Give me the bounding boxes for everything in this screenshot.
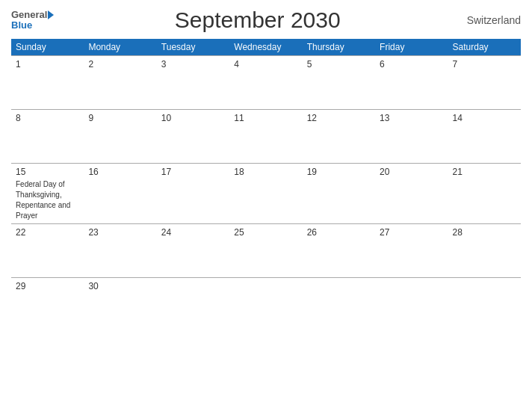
calendar-day-cell: 29 bbox=[11, 278, 84, 323]
calendar-day-cell: 28 bbox=[448, 224, 521, 278]
header-wednesday: Wednesday bbox=[229, 39, 302, 56]
calendar-day-cell: 21 bbox=[448, 164, 521, 224]
calendar-day-cell: 24 bbox=[157, 224, 229, 278]
day-number: 1 bbox=[16, 59, 79, 69]
calendar-day-cell: 8 bbox=[11, 110, 84, 164]
header-tuesday: Tuesday bbox=[157, 39, 229, 56]
calendar-week-row: 891011121314 bbox=[11, 110, 521, 164]
calendar-day-cell bbox=[229, 278, 302, 323]
day-number: 22 bbox=[16, 227, 79, 238]
calendar-week-row: 2930 bbox=[11, 278, 521, 323]
calendar-day-cell: 30 bbox=[84, 278, 156, 323]
calendar-day-cell: 17 bbox=[157, 164, 229, 224]
calendar-day-cell: 22 bbox=[11, 224, 84, 278]
day-number: 7 bbox=[453, 59, 516, 69]
calendar-day-cell bbox=[303, 278, 375, 323]
calendar-day-cell bbox=[157, 278, 229, 323]
calendar-day-cell: 11 bbox=[229, 110, 302, 164]
day-number: 28 bbox=[453, 227, 516, 238]
day-number: 25 bbox=[234, 227, 297, 238]
day-number: 27 bbox=[380, 227, 443, 238]
header-friday: Friday bbox=[375, 39, 448, 56]
calendar-day-cell: 10 bbox=[157, 110, 229, 164]
calendar-day-cell: 9 bbox=[84, 110, 156, 164]
day-event: Federal Day of Thanksgiving, Repentance … bbox=[16, 180, 70, 220]
calendar-day-cell: 6 bbox=[375, 56, 448, 110]
header-thursday: Thursday bbox=[303, 39, 375, 56]
calendar-week-row: 1234567 bbox=[11, 56, 521, 110]
day-number: 16 bbox=[88, 167, 152, 177]
header-monday: Monday bbox=[84, 39, 156, 56]
logo-triangle-icon bbox=[48, 10, 54, 19]
day-number: 29 bbox=[16, 281, 79, 291]
calendar-day-cell: 14 bbox=[448, 110, 521, 164]
calendar-day-cell: 3 bbox=[157, 56, 229, 110]
day-number: 2 bbox=[88, 59, 152, 69]
day-number: 4 bbox=[234, 59, 297, 69]
day-number: 21 bbox=[453, 167, 516, 177]
calendar-day-cell: 18 bbox=[229, 164, 302, 224]
calendar-day-cell: 19 bbox=[303, 164, 375, 224]
day-number: 30 bbox=[88, 281, 152, 291]
day-number: 17 bbox=[161, 167, 225, 177]
calendar-week-row: 22232425262728 bbox=[11, 224, 521, 278]
logo-general: General bbox=[11, 10, 47, 20]
day-number: 23 bbox=[88, 227, 152, 238]
calendar-day-cell: 7 bbox=[448, 56, 521, 110]
header-sunday: Sunday bbox=[11, 39, 84, 56]
day-number: 11 bbox=[234, 113, 297, 123]
calendar-header: General Blue September 2030 Switzerland bbox=[11, 7, 521, 33]
calendar-day-cell bbox=[448, 278, 521, 323]
header-saturday: Saturday bbox=[448, 39, 521, 56]
day-number: 18 bbox=[234, 167, 297, 177]
day-number: 19 bbox=[307, 167, 371, 177]
day-number: 14 bbox=[453, 113, 516, 123]
calendar-container: General Blue September 2030 Switzerland … bbox=[0, 0, 532, 411]
logo-blue: Blue bbox=[11, 19, 32, 31]
calendar-week-row: 15Federal Day of Thanksgiving, Repentanc… bbox=[11, 164, 521, 224]
day-number: 8 bbox=[16, 113, 79, 123]
country-label: Switzerland bbox=[461, 14, 521, 26]
calendar-day-cell: 25 bbox=[229, 224, 302, 278]
calendar-day-cell: 12 bbox=[303, 110, 375, 164]
calendar-day-cell: 13 bbox=[375, 110, 448, 164]
calendar-day-cell: 4 bbox=[229, 56, 302, 110]
weekday-header-row: Sunday Monday Tuesday Wednesday Thursday… bbox=[11, 39, 521, 56]
day-number: 24 bbox=[161, 227, 225, 238]
calendar-title: September 2030 bbox=[54, 7, 461, 33]
calendar-day-cell: 20 bbox=[375, 164, 448, 224]
day-number: 12 bbox=[307, 113, 371, 123]
day-number: 13 bbox=[380, 113, 443, 123]
calendar-day-cell: 1 bbox=[11, 56, 84, 110]
day-number: 20 bbox=[380, 167, 443, 177]
calendar-day-cell: 2 bbox=[84, 56, 156, 110]
day-number: 5 bbox=[307, 59, 371, 69]
day-number: 6 bbox=[380, 59, 443, 69]
calendar-day-cell: 15Federal Day of Thanksgiving, Repentanc… bbox=[11, 164, 84, 224]
calendar-table: Sunday Monday Tuesday Wednesday Thursday… bbox=[11, 39, 521, 323]
day-number: 15 bbox=[16, 167, 79, 177]
day-number: 3 bbox=[161, 59, 225, 69]
calendar-day-cell: 5 bbox=[303, 56, 375, 110]
logo: General Blue bbox=[11, 10, 54, 31]
day-number: 9 bbox=[88, 113, 152, 123]
day-number: 10 bbox=[161, 113, 225, 123]
day-number: 26 bbox=[307, 227, 371, 238]
calendar-day-cell: 26 bbox=[303, 224, 375, 278]
calendar-day-cell: 27 bbox=[375, 224, 448, 278]
calendar-day-cell bbox=[375, 278, 448, 323]
calendar-day-cell: 16 bbox=[84, 164, 156, 224]
calendar-day-cell: 23 bbox=[84, 224, 156, 278]
